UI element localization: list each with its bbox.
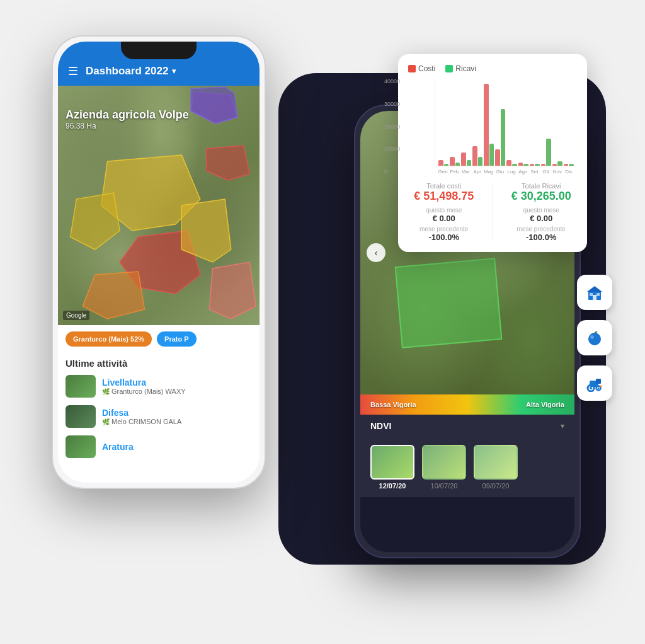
sat-thumb-0[interactable]: 12/07/20 [370,445,414,490]
legend-costi-icon [408,65,416,72]
crop-tab-prato[interactable]: Prato P [157,331,197,347]
hamburger-menu-icon[interactable]: ☰ [68,64,78,78]
ndvi-value: NDVI [370,421,391,431]
machinery-action-button[interactable] [577,365,612,401]
svg-marker-4 [181,199,231,262]
svg-marker-10 [587,286,602,292]
svg-point-20 [590,387,592,389]
ricavi-precedente-label: mese precedente [506,226,578,233]
ndvi-selector[interactable]: NDVI ▾ [360,415,574,437]
satellite-thumbnails: 12/07/20 10/07/20 09/07/20 [360,437,574,497]
x-label-10: Nov [552,169,563,175]
x-label-1: Feb [448,169,460,175]
bar-green-8 [535,164,540,166]
activity-crop-1: 🌿 Melo CRIMSON GALA [102,418,252,425]
chart-legend: Costi Ricavi [408,64,577,73]
bar-group-3 [472,146,483,166]
bar-red-11 [564,164,569,166]
costi-questo-mese-value: € 0.00 [408,214,480,223]
bar-red-4 [484,84,489,166]
activities-section: Ultime attività Livellatura 🌿 Granturco … [58,353,260,471]
svg-rect-18 [596,379,601,384]
legend-costi: Costi [408,64,435,73]
ricavi-precedente-value: -100.0% [506,233,578,242]
bar-red-0 [438,160,443,166]
x-label-2: Mar [460,169,471,175]
svg-marker-7 [209,262,256,319]
x-label-0: Gen [437,169,448,175]
bar-green-3 [478,157,483,166]
header-dropdown-icon[interactable]: ▾ [172,67,176,76]
x-label-4: Mag [483,169,494,175]
bar-green-1 [455,163,460,166]
chart-card: Costi Ricavi 40000 30000 20000 10000 0 G… [398,54,587,252]
x-label-11: Dic [563,169,574,175]
x-label-6: Lug [506,169,517,175]
bar-group-2 [460,152,472,166]
column-divider [493,182,493,242]
chart-y-labels: 40000 30000 20000 10000 0 [384,78,400,175]
crop-tab-mais[interactable]: Granturco (Mais) 52% [66,331,152,347]
activity-item-0[interactable]: Livellatura 🌿 Granturco (Mais) WAXY [66,375,252,398]
bar-red-2 [461,152,466,166]
bar-group-11 [563,164,574,166]
bar-chart [435,78,577,166]
ndvi-gradient-bar: Bassa Vigoria Alta Vigoria [360,394,574,415]
svg-marker-2 [71,193,120,250]
header-title: Dashboard 2022 ▾ [86,65,176,78]
activities-title: Ultime attività [66,358,252,369]
bar-green-6 [512,164,517,166]
activity-thumb-2 [66,435,96,458]
bar-group-6 [506,160,517,166]
activity-item-1[interactable]: Difesa 🌿 Melo CRIMSON GALA [66,405,252,428]
legend-ricavi: Ricavi [445,64,476,73]
leaf-icon-0: 🌿 [102,388,110,395]
phone-1-inner: ☰ Dashboard 2022 ▾ [58,42,260,483]
bar-green-9 [546,139,551,166]
barn-icon [586,284,603,301]
x-label-5: Giu [494,169,506,175]
sat-image-2 [474,445,518,480]
action-icons-container [577,275,612,401]
back-button[interactable]: ‹ [367,243,385,262]
scene: ‹ Bassa Vigoria Alta Vigoria NDVI ▾ 12/0… [39,23,606,621]
map-google-label: Google [63,311,89,320]
sat-date-2: 09/07/20 [482,482,510,490]
chart-x-labels: GenFebMarAprMagGiuLugAgoSetOttNovDic [435,166,577,175]
bar-red-6 [506,160,511,166]
bar-group-1 [449,157,460,166]
farm-map: Azienda agricola Volpe 96.38 Ha Google [58,86,260,325]
activity-name-2: Aratura [102,442,252,452]
activity-crop-0: 🌿 Granturco (Mais) WAXY [102,388,252,395]
sat-date-0: 12/07/20 [379,482,406,490]
green-field [395,258,503,348]
sat-thumb-2[interactable]: 09/07/20 [474,445,518,490]
bar-red-9 [541,164,546,166]
totale-costi-label: Totale costi [408,182,480,190]
crops-action-button[interactable] [577,320,612,355]
farm-info: Azienda agricola Volpe 96.38 Ha [66,108,189,130]
totale-ricavi-label: Totale Ricavi [506,182,578,190]
svg-point-16 [590,335,594,339]
x-label-3: Apr [472,169,483,175]
sat-thumb-1[interactable]: 10/07/20 [422,445,466,490]
activity-thumb-0 [66,375,96,398]
farm-action-button[interactable] [577,275,612,310]
svg-point-15 [591,333,598,345]
activity-item-2[interactable]: Aratura [66,435,252,458]
cost-revenue-section: Totale costi € 51,498.75 questo mese € 0… [408,182,577,242]
bar-green-10 [557,161,562,166]
bar-green-5 [501,109,506,166]
bar-green-7 [523,164,528,166]
revenue-column: Totale Ricavi € 30,265.00 questo mese € … [506,182,578,242]
bar-group-4 [483,84,494,166]
bar-red-8 [530,164,535,166]
phone-1: ☰ Dashboard 2022 ▾ [52,35,266,489]
farm-name: Azienda agricola Volpe [66,108,189,122]
svg-point-22 [598,388,600,389]
activity-info-0: Livellatura 🌿 Granturco (Mais) WAXY [102,377,252,395]
bar-group-9 [540,139,552,166]
svg-marker-8 [191,87,237,124]
bar-green-11 [569,164,574,166]
ndvi-dropdown-icon: ▾ [561,422,564,430]
